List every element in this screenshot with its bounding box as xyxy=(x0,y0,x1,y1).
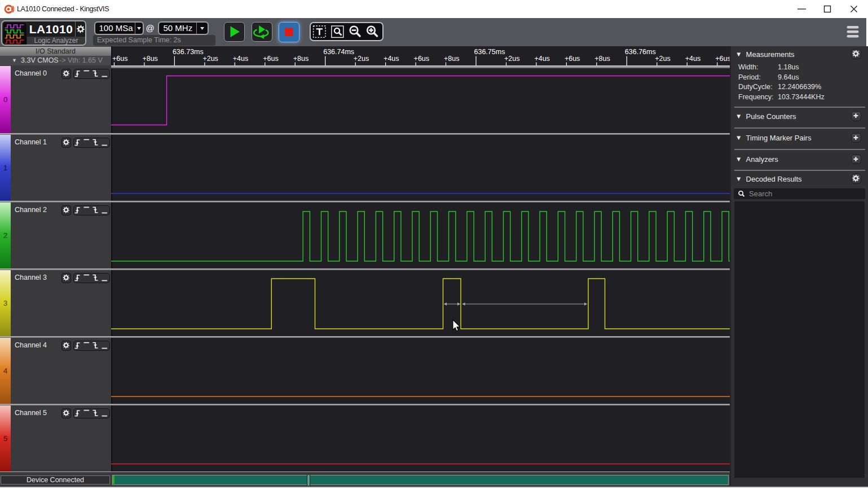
svg-text:+8us: +8us xyxy=(444,55,459,63)
svg-text:+4us: +4us xyxy=(685,55,700,63)
svg-text:636.75ms: 636.75ms xyxy=(474,48,505,56)
svg-text:+6us: +6us xyxy=(112,55,127,63)
svg-text:+8us: +8us xyxy=(142,55,157,63)
svg-text:+2us: +2us xyxy=(655,55,670,63)
svg-text:+6us: +6us xyxy=(565,55,580,63)
svg-text:+6us: +6us xyxy=(715,55,730,63)
svg-text:636.73ms: 636.73ms xyxy=(173,48,204,56)
svg-text:+4us: +4us xyxy=(534,55,549,63)
svg-text:+6us: +6us xyxy=(414,55,429,63)
svg-text:+6us: +6us xyxy=(263,55,278,63)
svg-text:636.76ms: 636.76ms xyxy=(625,48,656,56)
svg-text:+2us: +2us xyxy=(202,55,218,63)
svg-text:+2us: +2us xyxy=(504,55,519,63)
svg-text:+4us: +4us xyxy=(384,55,399,63)
svg-text:+2us: +2us xyxy=(354,55,369,63)
svg-text:+4us: +4us xyxy=(233,55,248,63)
svg-text:+8us: +8us xyxy=(594,55,610,63)
svg-text:636.74ms: 636.74ms xyxy=(323,48,354,56)
svg-text:+8us: +8us xyxy=(293,55,309,63)
